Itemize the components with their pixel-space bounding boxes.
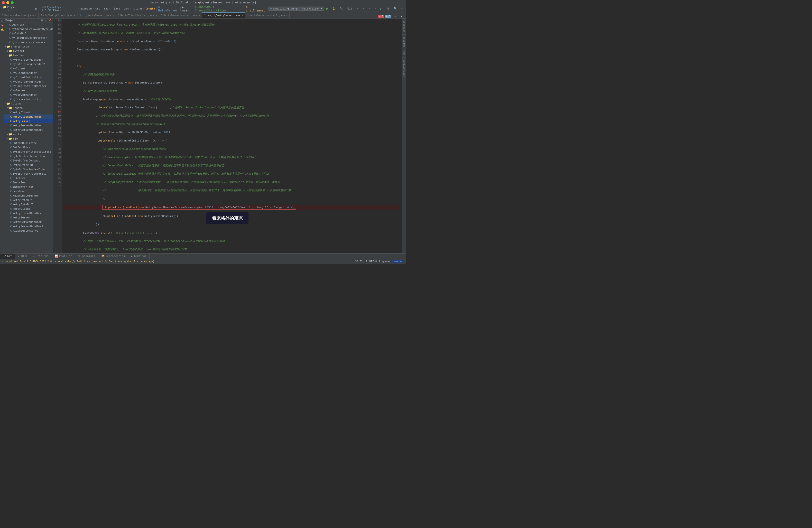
tree-handler[interactable]: ▼ 📁 handler <box>4 53 53 57</box>
notifications-btn[interactable]: 🔔 <box>0 27 4 32</box>
tab-client-handler[interactable]: J NettyClientHandler.java × <box>116 12 159 18</box>
tree-bytebufferput[interactable]: C ByteBufferPut <box>4 163 53 167</box>
up-arrow[interactable]: ▲ <box>392 15 398 18</box>
tree-nio-nettyclient[interactable]: C NettyClient <box>4 206 53 211</box>
tree-leaktest[interactable]: C LeakTest <box>4 23 53 27</box>
git-pull[interactable]: ↓ <box>378 7 383 11</box>
code-editor[interactable]: 13 14 15 16 18 19 20 21 22 23 24 25 26 2… <box>53 18 402 253</box>
nav-forward[interactable]: → <box>27 7 33 11</box>
tree-netty[interactable]: ▶ 📁 netty <box>4 132 53 137</box>
database-tab[interactable]: Database <box>402 18 406 34</box>
tree-bytebuffercompact[interactable]: C ByteBufferCompact <box>4 158 53 163</box>
tree-nettyclienthandler[interactable]: C NettyClientHandler <box>4 114 53 119</box>
tree-bytebuf[interactable]: ▶ 📁 bytebuf <box>4 49 53 53</box>
tree-nio-nettyserverhandler[interactable]: C NettyServerHandler <box>4 220 53 224</box>
minimize-button[interactable] <box>6 1 9 4</box>
sql-tab[interactable]: Sql <box>402 49 406 57</box>
build-button[interactable]: 🔨 <box>338 6 345 11</box>
tree-mappedbytebuffer[interactable]: C MappedByteBuffer <box>4 194 53 198</box>
tab-response-decoder[interactable]: J ResponseDecoder.java × <box>0 12 39 18</box>
tree-mybytetolong2[interactable]: C MyByteToLongDecoder2 <box>4 62 53 66</box>
tree-nettyserver-active[interactable]: C NettyServer <box>4 119 53 123</box>
git-push[interactable]: ↑ <box>373 7 378 11</box>
maximize-button[interactable] <box>11 1 14 4</box>
tab-length-server[interactable]: J length/NettyServer.java × <box>202 12 245 18</box>
tree-myserver[interactable]: C MyServer <box>4 88 53 92</box>
tab-server-handler2[interactable]: J NettyServerHandler2.java × <box>245 12 290 18</box>
nav-recent[interactable]: ⊞ <box>33 6 39 11</box>
tree-myserverhandler[interactable]: C MyServerHandler <box>4 92 53 97</box>
project-button[interactable]: 📁 Project ▾ <box>1 5 17 12</box>
tree-myserverinitializer[interactable]: C MyServerInitializer <box>4 97 53 101</box>
tree-nettyserverhandler2[interactable]: C NettyServerHandler2 <box>4 128 53 132</box>
run-button[interactable]: ▶ <box>325 6 330 11</box>
tree-mylongtostring[interactable]: C MyLongToStringDecoder <box>4 84 53 88</box>
tree-mybytebuf[interactable]: C MyByteBuf <box>4 31 53 35</box>
tree-guesstest[interactable]: C GuessTest <box>4 180 53 185</box>
tree-mybytetolong[interactable]: C MyByteToLongDecoder <box>4 57 53 62</box>
git-cross[interactable]: ✗ <box>367 6 372 11</box>
tree-nioselector[interactable]: C NioSelectorServer <box>4 228 53 233</box>
tree-bufferslice[interactable]: C BufferSlice <box>4 145 53 149</box>
sidebar-collapse[interactable]: ≡ <box>45 19 47 22</box>
more-button[interactable]: ⋯ <box>400 6 405 11</box>
git-check[interactable]: ✓ <box>355 6 360 11</box>
git-check2[interactable]: ✓ <box>361 6 366 11</box>
tree-nio[interactable]: ▼ 📁 nio <box>4 137 53 141</box>
tree-intbuffer[interactable]: C IntBufferTest <box>4 185 53 189</box>
tree-filelock[interactable]: C FileLock <box>4 176 53 180</box>
tree-myclienthandler[interactable]: C MyClientHandler <box>4 71 53 75</box>
bookmark-btn[interactable]: 🔖 <box>0 23 4 27</box>
debug-button[interactable]: 🐛 <box>331 6 337 11</box>
tree-length[interactable]: ▼ 📁 length <box>4 106 53 110</box>
tree-bytebufferreader[interactable]: C ByteBufferReaderFile <box>4 167 53 171</box>
code-scroll[interactable]: 13 14 15 16 18 19 20 21 22 23 24 25 26 2… <box>53 18 402 253</box>
tree-nio-nettyserver[interactable]: C NettyServer <box>4 215 53 220</box>
tab-endpoints[interactable]: ⊞ Endpoints <box>75 254 98 259</box>
status-warning[interactable]: ⚠ Localized IntelliJ IDEA 2022.2.4 is av… <box>2 260 154 263</box>
tree-myadvanced[interactable]: C MyAdvancedLeakAwareByteBuf <box>4 27 53 31</box>
tree-nettyserverhandler[interactable]: C NettyServerHandler <box>4 123 53 128</box>
tab-terminal[interactable]: ▶ Terminal <box>128 254 150 259</box>
tree-myclient[interactable]: C MyClient <box>4 66 53 71</box>
tree-nettyclient[interactable]: C NettyClient <box>4 110 53 114</box>
tree-myleaktracker[interactable]: C MyResourceLeakTracker <box>4 40 53 44</box>
code-lines[interactable]: // 创建两个线程组bossGroup 和workerGroup , 含有的子线… <box>62 18 402 253</box>
tree-shengshiyuan[interactable]: ▶ 📁 shengshiyuan <box>4 44 53 49</box>
tree-nettybytebuf[interactable]: C NettyByteBuf <box>4 198 53 202</box>
tree-myclientinitializer[interactable]: C MyClientInitializer <box>4 75 53 80</box>
tab-close[interactable]: × <box>35 14 36 17</box>
sidebar-pin[interactable]: 📌 <box>48 19 52 22</box>
tab-profiler[interactable]: 📊 Profiler <box>52 254 75 259</box>
tab-todo[interactable]: ✓ TODO <box>15 254 30 259</box>
close-button[interactable] <box>2 1 5 4</box>
tree-nio-nettyclienthandler[interactable]: C NettyClientHandler <box>4 211 53 215</box>
tab-dependencies[interactable]: 📦 Dependencies <box>98 254 128 259</box>
run-config[interactable]: ⊙ com.tuling.length.NettyClient ▾ <box>269 6 324 11</box>
tree-bytebufferwrite[interactable]: C ByteBufferWriteToFile <box>4 171 53 176</box>
tab-git[interactable]: ⎇ Git <box>0 254 15 259</box>
tree-tuling[interactable]: ▼ 📁 tuling <box>4 101 53 106</box>
tree-mylongtobyte[interactable]: C MyLongToByteEncoder <box>4 80 53 84</box>
structure-btn[interactable]: S <box>0 18 4 23</box>
tab-server-handler[interactable]: J NettyServerHandler.java × <box>159 12 202 18</box>
nav-back[interactable]: ← <box>20 7 26 11</box>
tab-problems[interactable]: ⚠ Problems <box>30 254 52 259</box>
tree-myleakdetector[interactable]: C MyResourceLeakDetector <box>4 35 53 40</box>
sidebar-settings[interactable]: ⚙ <box>40 19 44 22</box>
tree-nio-nettyserverhandler2[interactable]: C NettyServerHandler2 <box>4 224 53 228</box>
tree-bufferduplicate[interactable]: C BufferDuplicate <box>4 141 53 145</box>
settings-button[interactable]: ⚙ <box>386 6 391 11</box>
tree-bytebufferchannelread[interactable]: C ByteBufferChannelRead <box>4 154 53 158</box>
mybatis-tab[interactable]: Mybatis <box>402 34 406 49</box>
tab-nio-server[interactable]: J nio/NettyServer.java × <box>77 12 116 18</box>
tab-nio-client[interactable]: J nio/NettyClient.java × <box>39 12 77 18</box>
tree-bytebufferallocate[interactable]: C ByteBufferAllocateDirect <box>4 149 53 154</box>
down-arrow[interactable]: ▼ <box>399 15 404 18</box>
restservices-tab[interactable]: RestServices <box>402 57 406 79</box>
tree-nettybytebuf2[interactable]: C NettyByteBuf2 <box>4 202 53 206</box>
tree-leakdemo[interactable]: C LeakDemo <box>4 189 53 194</box>
git-branch[interactable]: master <box>392 260 404 263</box>
code-line-36: // 那么解码时, 就需要进行长度字段的矫正, 长度矫正值的计算公式为: 内容字… <box>64 188 400 192</box>
search-button[interactable]: 🔍 <box>392 6 398 11</box>
